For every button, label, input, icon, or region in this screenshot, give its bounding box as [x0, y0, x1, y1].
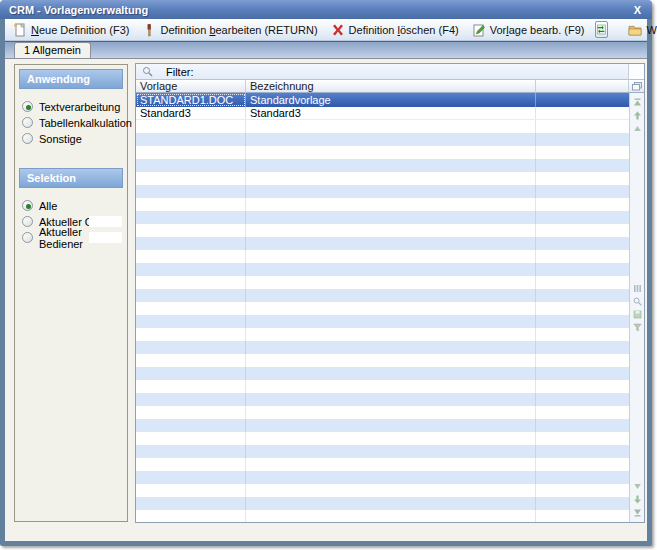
- table-row-empty[interactable]: [136, 185, 629, 198]
- table-row-empty[interactable]: [136, 159, 629, 172]
- cell-vorlage: Standard3: [136, 107, 246, 119]
- table-row-empty[interactable]: [136, 250, 629, 263]
- toolbar: Neue Definition (F3) Definition bearbeit…: [5, 19, 647, 41]
- cell-empty: [536, 107, 629, 119]
- table-row-empty[interactable]: [136, 458, 629, 471]
- templates-grid: Filter: Vorlage Bezeichnung: [135, 63, 645, 523]
- filter-bar[interactable]: Filter:: [136, 64, 629, 80]
- table-row-empty[interactable]: [136, 406, 629, 419]
- radio-circle: [22, 117, 33, 128]
- table-row-empty[interactable]: [136, 224, 629, 237]
- table-row-empty[interactable]: [136, 432, 629, 445]
- cell-vorlage: STANDARD1.DOC: [136, 93, 246, 107]
- radio-label: Alle: [39, 200, 57, 212]
- section-header-anwendung: Anwendung: [19, 69, 123, 89]
- table-row-empty[interactable]: [136, 198, 629, 211]
- grid-body: STANDARD1.DOC Standardvorlage Standard3 …: [136, 93, 644, 522]
- table-row-empty[interactable]: [136, 315, 629, 328]
- radio-textverarbeitung[interactable]: Textverarbeitung: [22, 99, 123, 114]
- column-header-empty[interactable]: [536, 80, 629, 93]
- table-row[interactable]: Standard3 Standard3: [136, 107, 629, 120]
- tab-strip: 1 Allgemein: [5, 41, 647, 58]
- table-row-empty[interactable]: [136, 419, 629, 432]
- folder-icon: [628, 23, 642, 37]
- cell-bezeichnung: Standardvorlage: [246, 93, 536, 107]
- save-icon[interactable]: [633, 310, 642, 319]
- title-bar[interactable]: CRM - Vorlagenverwaltung X: [0, 0, 652, 19]
- table-row-empty[interactable]: [136, 497, 629, 510]
- radio-aktueller-bediener[interactable]: Aktueller Bediener: [22, 230, 123, 245]
- table-row-empty[interactable]: [136, 276, 629, 289]
- hammer-icon: [142, 23, 156, 37]
- radio-label: Textverarbeitung: [39, 101, 120, 113]
- column-header-bezeichnung[interactable]: Bezeichnung: [246, 80, 536, 93]
- prev-row-icon[interactable]: [633, 124, 642, 133]
- edit-definition-button[interactable]: Definition bearbeiten (RETURN): [140, 22, 319, 38]
- app-window: CRM - Vorlagenverwaltung X Neue Definiti…: [0, 0, 652, 546]
- last-row-icon[interactable]: [633, 508, 642, 517]
- next-row-icon[interactable]: [633, 482, 642, 491]
- table-row-empty[interactable]: [136, 237, 629, 250]
- table-row-empty[interactable]: [136, 120, 629, 133]
- table-row-empty[interactable]: [136, 146, 629, 159]
- grid-header: Vorlage Bezeichnung: [136, 80, 644, 93]
- filter-label: Filter:: [166, 66, 194, 78]
- new-definition-button[interactable]: Neue Definition (F3): [11, 22, 131, 38]
- first-row-icon[interactable]: [633, 98, 642, 107]
- table-row-empty[interactable]: [136, 367, 629, 380]
- radio-alle[interactable]: Alle: [22, 198, 123, 213]
- new-document-icon: [13, 23, 27, 37]
- table-row-empty[interactable]: [136, 393, 629, 406]
- grid-filter-row: Filter:: [136, 64, 644, 80]
- table-row-empty[interactable]: [136, 328, 629, 341]
- radio-circle: [22, 232, 33, 243]
- table-row-empty[interactable]: [136, 302, 629, 315]
- edit-template-button[interactable]: Vorlage bearb. (F9): [470, 22, 587, 38]
- section-header-selektion: Selektion: [19, 168, 123, 188]
- column-chooser-icon: [632, 82, 642, 91]
- table-row-empty[interactable]: [136, 380, 629, 393]
- radio-circle: [22, 133, 33, 144]
- delete-definition-button[interactable]: Definition löschen (F4): [329, 22, 461, 38]
- table-row-empty[interactable]: [136, 341, 629, 354]
- word-control-formats-button[interactable]: Word-Steuerformate (F6): [626, 22, 657, 38]
- table-row-empty[interactable]: [136, 354, 629, 367]
- cell-empty: [536, 93, 629, 107]
- grid-corner: [629, 64, 644, 80]
- column-chooser-button[interactable]: [629, 80, 644, 93]
- tab-allgemein[interactable]: 1 Allgemein: [14, 42, 91, 58]
- refresh-icon: [596, 24, 607, 35]
- radio-sonstige[interactable]: Sonstige: [22, 131, 123, 146]
- grid-nav-strip: [629, 93, 644, 522]
- view-columns-icon[interactable]: [633, 284, 642, 293]
- find-icon[interactable]: [633, 297, 642, 306]
- close-button[interactable]: X: [632, 4, 643, 16]
- delete-x-icon: [331, 23, 345, 37]
- filter-panel: Anwendung Textverarbeitung Tabellenkalku…: [14, 64, 128, 522]
- radio-tabellenkalkulation[interactable]: Tabellenkalkulation: [22, 115, 123, 130]
- tab-page: Anwendung Textverarbeitung Tabellenkalku…: [5, 58, 647, 541]
- table-row-empty[interactable]: [136, 172, 629, 185]
- column-header-vorlage[interactable]: Vorlage: [136, 80, 246, 93]
- grid-rows: STANDARD1.DOC Standardvorlage Standard3 …: [136, 93, 629, 522]
- table-row-empty[interactable]: [136, 510, 629, 522]
- radio-label: Tabellenkalkulation: [39, 117, 132, 129]
- search-icon: [142, 66, 153, 77]
- table-row-empty[interactable]: [136, 471, 629, 484]
- next-page-icon[interactable]: [633, 495, 642, 504]
- radio-circle: [22, 200, 33, 211]
- table-row-empty[interactable]: [136, 289, 629, 302]
- table-row-empty[interactable]: [136, 263, 629, 276]
- prev-page-icon[interactable]: [633, 111, 642, 120]
- table-row-empty[interactable]: [136, 445, 629, 458]
- table-row-selected[interactable]: STANDARD1.DOC Standardvorlage: [136, 93, 629, 107]
- current-operator-input[interactable]: [89, 232, 122, 243]
- table-row-empty[interactable]: [136, 484, 629, 497]
- radio-circle: [22, 216, 33, 227]
- table-row-empty[interactable]: [136, 133, 629, 146]
- edit-page-icon: [472, 23, 486, 37]
- refresh-button[interactable]: [595, 21, 608, 38]
- table-row-empty[interactable]: [136, 211, 629, 224]
- filter-funnel-icon[interactable]: [633, 323, 642, 332]
- radio-circle: [22, 101, 33, 112]
